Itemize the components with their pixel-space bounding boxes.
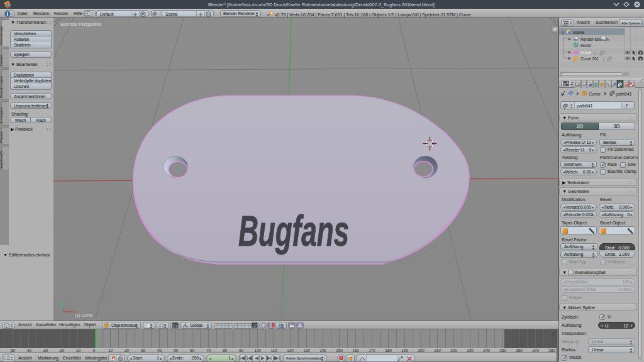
svg-text:160: 160 bbox=[352, 348, 359, 353]
svg-text:World: World bbox=[580, 43, 591, 48]
svg-text:Scene: Scene bbox=[573, 30, 584, 35]
svg-text:50: 50 bbox=[174, 348, 179, 353]
svg-text:80: 80 bbox=[223, 348, 228, 353]
svg-text:-40: -40 bbox=[26, 348, 32, 353]
svg-text:120: 120 bbox=[287, 348, 294, 353]
svg-text:240: 240 bbox=[483, 348, 490, 353]
svg-text:110: 110 bbox=[270, 348, 277, 353]
svg-text:30: 30 bbox=[141, 348, 146, 353]
svg-text:⊕: ⊕ bbox=[568, 37, 571, 41]
svg-text:200: 200 bbox=[418, 348, 425, 353]
svg-text:-10: -10 bbox=[75, 348, 81, 353]
svg-text:20: 20 bbox=[125, 348, 130, 353]
svg-text:70: 70 bbox=[206, 348, 211, 353]
svg-text:140: 140 bbox=[319, 348, 326, 353]
svg-text:Curve: Curve bbox=[589, 91, 601, 97]
svg-text:-30: -30 bbox=[42, 348, 48, 353]
svg-text:130: 130 bbox=[303, 348, 310, 353]
svg-text:Bugfans: Bugfans bbox=[238, 207, 349, 255]
svg-text:220: 220 bbox=[450, 348, 457, 353]
svg-text:0: 0 bbox=[93, 348, 96, 353]
svg-text:⊕: ⊕ bbox=[568, 57, 571, 60]
svg-text:210: 210 bbox=[434, 348, 441, 353]
svg-text:180: 180 bbox=[385, 348, 392, 353]
svg-text:⊕: ⊕ bbox=[568, 50, 571, 54]
svg-text:Curve.001: Curve.001 bbox=[580, 57, 599, 61]
svg-text:Curve: Curve bbox=[580, 50, 591, 55]
svg-text:280: 280 bbox=[548, 348, 555, 353]
svg-text:250: 250 bbox=[499, 348, 506, 353]
svg-text:150: 150 bbox=[336, 348, 343, 353]
svg-text:10: 10 bbox=[108, 348, 113, 353]
svg-text:x: x bbox=[74, 309, 77, 315]
svg-text:(1) Curve: (1) Curve bbox=[75, 313, 92, 318]
svg-text:60: 60 bbox=[190, 348, 195, 353]
svg-text:260: 260 bbox=[516, 348, 523, 353]
svg-text:170: 170 bbox=[369, 348, 375, 353]
svg-text:230: 230 bbox=[467, 348, 474, 353]
svg-text:|: | bbox=[594, 50, 596, 55]
svg-text:-50: -50 bbox=[9, 348, 16, 353]
svg-text:40: 40 bbox=[157, 348, 162, 353]
svg-text:270: 270 bbox=[532, 348, 539, 353]
svg-text:y: y bbox=[64, 300, 66, 305]
svg-text:Benutzer-Perspektive: Benutzer-Perspektive bbox=[60, 22, 101, 27]
svg-text:|: | bbox=[603, 57, 604, 62]
svg-text:90: 90 bbox=[239, 348, 244, 353]
svg-text:190: 190 bbox=[401, 348, 408, 353]
svg-text:-20: -20 bbox=[58, 348, 65, 353]
svg-text:⊖: ⊖ bbox=[562, 31, 565, 35]
svg-text:path841: path841 bbox=[616, 91, 631, 97]
svg-text:z: z bbox=[62, 305, 64, 311]
svg-text:100: 100 bbox=[254, 348, 261, 353]
